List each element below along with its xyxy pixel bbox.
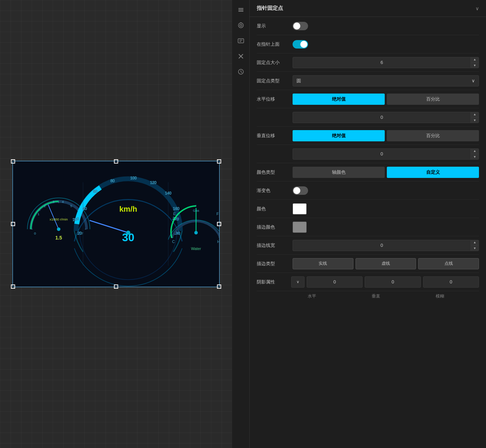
svg-line-34: [219, 237, 219, 238]
svg-point-15: [57, 228, 60, 231]
svg-point-42: [194, 231, 198, 235]
color-row: 颜色: [257, 200, 479, 218]
svg-text:4: 4: [62, 200, 64, 204]
svg-text:60: 60: [93, 189, 97, 193]
shadow-h-input[interactable]: 0: [307, 276, 363, 288]
handle-tr[interactable]: [217, 159, 221, 164]
fix-size-down[interactable]: ▼: [471, 63, 479, 68]
stroke-type-label: 描边类型: [257, 261, 288, 267]
panel-chevron-icon[interactable]: ∨: [475, 6, 479, 11]
show-toggle-knob: [293, 23, 300, 30]
h-offset-down[interactable]: ▼: [471, 117, 479, 123]
svg-text:F: F: [216, 212, 219, 216]
node-icon[interactable]: [235, 19, 247, 32]
layers-icon[interactable]: [235, 4, 247, 16]
shadow-label: 阴影属性: [257, 279, 288, 285]
shadow-dropdown-icon: ∨: [296, 280, 299, 284]
v-offset-value-row: ▲ ▼: [257, 145, 479, 163]
h-offset-spinners: ▲ ▼: [471, 112, 479, 123]
shadow-v-input[interactable]: 0: [365, 276, 421, 288]
stroke-width-input[interactable]: [293, 243, 471, 248]
above-needle-control: [293, 40, 479, 49]
dashboard-container[interactable]: 0 1 2 3 4 5 6 7 1.5 x1000 r/min: [12, 161, 220, 287]
handle-bl[interactable]: [11, 284, 15, 289]
above-needle-toggle[interactable]: [293, 40, 308, 49]
svg-point-32: [126, 231, 130, 235]
comment-icon[interactable]: [235, 34, 247, 47]
svg-text:1.5: 1.5: [55, 235, 62, 241]
fix-type-dropdown[interactable]: 圆 ∨: [293, 75, 479, 87]
handle-br[interactable]: [217, 284, 221, 289]
gradient-toggle[interactable]: [293, 186, 308, 195]
color-label: 颜色: [257, 206, 288, 212]
stroke-type-group: 实线 虚线 点线: [293, 258, 479, 269]
v-offset-up[interactable]: ▲: [471, 148, 479, 154]
handle-tl[interactable]: [11, 159, 15, 164]
v-offset-spinners: ▲ ▼: [471, 148, 479, 160]
stroke-color-row: 描边颜色: [257, 218, 479, 236]
svg-text:5: 5: [70, 204, 72, 208]
water-label: Water: [191, 247, 201, 251]
color-type-label: 颜色类型: [257, 169, 288, 175]
color-type-axis-btn[interactable]: 轴颜色: [293, 167, 385, 178]
v-offset-btn-group: 绝对值 百分比: [293, 130, 479, 141]
h-offset-pct-btn[interactable]: 百分比: [387, 94, 479, 105]
v-offset-row: 垂直位移 绝对值 百分比: [257, 127, 479, 145]
svg-text:3: 3: [52, 200, 55, 204]
svg-text:H: H: [217, 239, 219, 244]
shadow-dropdown[interactable]: ∨: [291, 276, 305, 288]
show-toggle[interactable]: [293, 22, 308, 30]
handle-tm[interactable]: [114, 159, 118, 164]
sidebar-panel: [232, 0, 250, 448]
show-control: [293, 22, 479, 30]
svg-point-48: [240, 24, 242, 26]
stroke-width-up[interactable]: ▲: [471, 240, 479, 246]
fix-size-input[interactable]: [293, 60, 471, 65]
v-offset-input-wrap: ▲ ▼: [293, 148, 479, 160]
svg-text:1: 1: [38, 212, 40, 216]
tools-icon[interactable]: [235, 50, 247, 63]
fix-type-row: 固定点类型 圆 ∨: [257, 72, 479, 90]
show-label: 显示: [257, 23, 288, 29]
h-offset-up[interactable]: ▲: [471, 112, 479, 118]
svg-text:0: 0: [34, 231, 36, 235]
panel-title: 指针固定点: [257, 5, 283, 12]
v-offset-down[interactable]: ▼: [471, 154, 479, 160]
h-offset-input[interactable]: [293, 115, 471, 120]
color-swatch[interactable]: [293, 203, 307, 215]
handle-ml[interactable]: [11, 222, 15, 226]
above-needle-knob: [300, 41, 307, 48]
stroke-dotted-btn[interactable]: 点线: [418, 258, 479, 269]
svg-text:km/h: km/h: [119, 205, 137, 213]
stroke-type-control: 实线 虚线 点线: [293, 258, 479, 269]
stroke-solid-btn[interactable]: 实线: [293, 258, 353, 269]
h-offset-abs-btn[interactable]: 绝对值: [293, 94, 385, 105]
stroke-dashed-btn[interactable]: 虚线: [356, 258, 416, 269]
svg-rect-51: [238, 39, 244, 43]
fix-type-value: 圆: [296, 78, 301, 84]
v-offset-abs-btn[interactable]: 绝对值: [293, 130, 385, 141]
shadow-blur-label: 模糊: [408, 293, 472, 299]
h-offset-btn-group: 绝对值 百分比: [293, 94, 479, 105]
color-control: [293, 203, 479, 215]
fix-size-spinners: ▲ ▼: [471, 57, 479, 68]
handle-bm[interactable]: [114, 284, 118, 289]
stroke-width-row: 描边线宽 ▲ ▼: [257, 236, 479, 255]
shadow-blur-input[interactable]: 0: [423, 276, 479, 288]
color-type-custom-btn[interactable]: 自定义: [387, 167, 479, 178]
v-offset-pct-btn[interactable]: 百分比: [387, 130, 479, 141]
fix-size-up[interactable]: ▲: [471, 57, 479, 63]
history-icon[interactable]: [235, 65, 247, 78]
svg-text:2: 2: [44, 204, 46, 208]
panel-header: 指针固定点 ∨: [250, 0, 486, 17]
fix-size-input-wrap: ▲ ▼: [293, 57, 479, 68]
v-offset-input[interactable]: [293, 151, 471, 156]
svg-text:120: 120: [150, 180, 156, 185]
shadow-row: 阴影属性 ∨ 0 0 0: [257, 273, 479, 291]
stroke-color-swatch[interactable]: [293, 222, 307, 233]
fix-type-control: 圆 ∨: [293, 75, 479, 87]
svg-rect-46: [238, 9, 243, 10]
stroke-width-down[interactable]: ▼: [471, 245, 479, 251]
handle-mr[interactable]: [217, 222, 221, 226]
stroke-type-row: 描边类型 实线 虚线 点线: [257, 255, 479, 273]
